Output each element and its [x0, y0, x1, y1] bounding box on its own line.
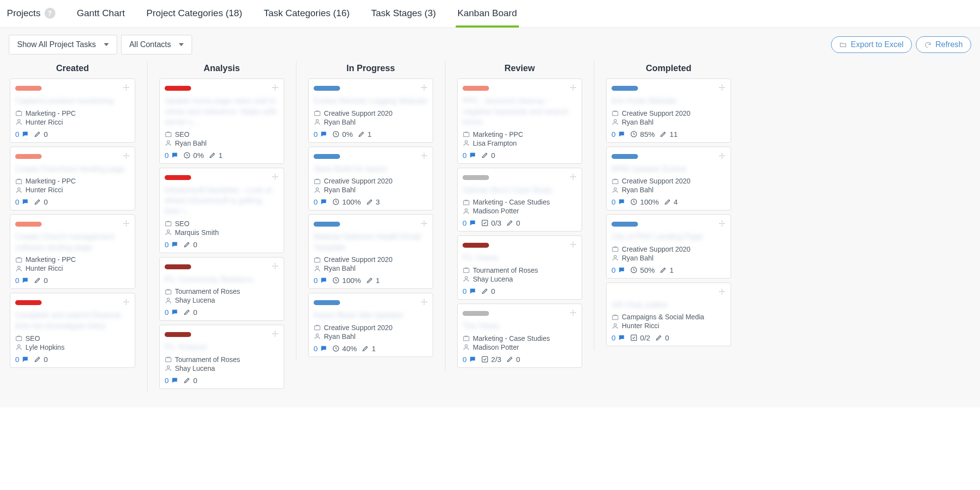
kanban-card[interactable]: Holman Bro's Case StudyMarketing - Case …	[457, 168, 582, 232]
kanban-card[interactable]: Karen Muse Site UpdatesCreative Support …	[308, 293, 433, 357]
kanban-card[interactable]: P1: GameTournament of RosesShay Lucena0 …	[457, 235, 582, 300]
card-title: Update home page video add to vimeo and …	[165, 96, 279, 128]
comments-stat[interactable]: 0	[165, 308, 178, 316]
card-project: Creative Support 2020	[314, 177, 428, 185]
toolbar: Show All Project Tasks All Contacts Expo…	[0, 28, 980, 61]
card-assignee: Ryan Bahl	[165, 139, 279, 147]
comments-stat[interactable]: 0	[463, 287, 476, 295]
move-icon[interactable]	[420, 84, 428, 93]
filter-tasks-dropdown[interactable]: Show All Project Tasks	[9, 35, 117, 54]
column-title: Completed	[606, 61, 731, 78]
kanban-board: CreatedCapterra position monitoringMarke…	[0, 61, 980, 408]
svg-point-40	[614, 120, 616, 122]
briefcase-icon	[165, 220, 172, 227]
edits-stat: 0	[183, 376, 197, 385]
user-icon	[15, 186, 23, 194]
kanban-card[interactable]: PPC - keyword cleanup - negative keyword…	[457, 78, 582, 164]
move-icon[interactable]	[569, 173, 577, 182]
user-icon	[463, 343, 470, 351]
kanban-card[interactable]: RPM Updates EvolveCreative Support 2020R…	[606, 147, 731, 211]
user-icon	[165, 139, 172, 147]
kanban-card[interactable]: P1: FinanceTournament of RosesShay Lucen…	[159, 325, 284, 389]
comments-stat[interactable]: 0	[165, 376, 178, 385]
card-project: Marketing - PPC	[463, 130, 577, 138]
tab-project-categories[interactable]: Project Categories (18)	[145, 0, 244, 27]
move-icon[interactable]	[271, 173, 279, 182]
move-icon[interactable]	[718, 288, 726, 297]
tab-gantt[interactable]: Gantt Chart	[75, 0, 127, 27]
filter-contacts-dropdown[interactable]: All Contacts	[121, 35, 192, 54]
move-icon[interactable]	[122, 220, 130, 229]
user-icon	[612, 186, 619, 194]
comments-stat[interactable]: 0	[612, 334, 625, 342]
comments-stat[interactable]: 0	[314, 344, 327, 353]
kanban-card[interactable]: The ViewsMarketing - Case StudiesMadison…	[457, 304, 582, 368]
kanban-card[interactable]: Melissa Optimum Health Email TemplateCre…	[308, 214, 433, 289]
comments-stat[interactable]: 0	[314, 276, 327, 284]
card-title: Complete and submit Disavow links list (…	[15, 310, 130, 331]
comments-stat[interactable]: 0	[15, 198, 29, 206]
move-icon[interactable]	[569, 309, 577, 318]
kanban-card[interactable]: P1: Community RelationsTournament of Ros…	[159, 257, 284, 321]
kanban-card[interactable]: Infusionsoft backlinks - Look at where I…	[159, 168, 284, 253]
chevron-down-icon	[179, 43, 184, 46]
move-icon[interactable]	[569, 84, 577, 93]
comments-stat[interactable]: 0	[612, 198, 625, 206]
comments-stat[interactable]: 0	[165, 240, 178, 249]
svg-rect-26	[315, 326, 320, 330]
tab-task-categories[interactable]: Task Categories (16)	[262, 0, 351, 27]
svg-point-1	[18, 120, 20, 122]
move-icon[interactable]	[122, 298, 130, 307]
edits-stat: 1	[358, 130, 371, 138]
refresh-button[interactable]: Refresh	[916, 36, 971, 53]
move-icon[interactable]	[718, 220, 726, 229]
comments-stat[interactable]: 0	[314, 198, 327, 206]
comments-stat[interactable]: 0	[463, 219, 476, 227]
kanban-card[interactable]: GR Chat outlineCampaigns & Social MediaH…	[606, 283, 731, 347]
kanban-card[interactable]: Create Franchisor landing pageMarketing …	[10, 147, 135, 211]
kanban-card[interactable]: Update home page video add to vimeo and …	[159, 78, 284, 164]
move-icon[interactable]	[718, 84, 726, 93]
kanban-card[interactable]: City of PHX Landing PageCreative Support…	[606, 214, 731, 279]
comments-stat[interactable]: 0	[165, 151, 178, 159]
kanban-card[interactable]: Complete and submit Disavow links list (…	[10, 293, 135, 367]
progress-stat: 50%	[630, 266, 655, 274]
user-icon	[15, 265, 23, 272]
export-excel-button[interactable]: Export to Excel	[831, 36, 912, 53]
card-tag	[612, 222, 638, 227]
kanban-card[interactable]: Capterra position monitoringMarketing - …	[10, 78, 135, 143]
comments-stat[interactable]: 0	[612, 266, 625, 274]
move-icon[interactable]	[271, 262, 279, 271]
move-icon[interactable]	[569, 241, 577, 250]
comments-stat[interactable]: 0	[612, 130, 625, 138]
kanban-card[interactable]: Kim Korte WebsiteCreative Support 2020Ry…	[606, 78, 731, 143]
tab-projects[interactable]: Projects ?	[5, 0, 57, 27]
kanban-column: CompletedKim Korte WebsiteCreative Suppo…	[594, 61, 731, 350]
move-icon[interactable]	[420, 220, 428, 229]
comments-stat[interactable]: 0	[15, 130, 29, 138]
briefcase-icon	[612, 245, 619, 253]
kanban-card[interactable]: Store Build for AazimCreative Support 20…	[308, 147, 433, 211]
move-icon[interactable]	[122, 84, 130, 93]
card-project: SEO	[165, 220, 279, 228]
card-title: The Views	[463, 321, 577, 332]
comments-stat[interactable]: 0	[314, 130, 327, 138]
svg-rect-45	[612, 248, 618, 252]
kanban-card[interactable]: Evolve Remote Logging WebsiteCreative Su…	[308, 78, 433, 143]
tab-kanban[interactable]: Kanban Board	[456, 0, 519, 27]
kanban-card[interactable]: Create Church management software landin…	[10, 214, 135, 289]
comments-stat[interactable]: 0	[15, 355, 29, 363]
svg-rect-2	[16, 180, 22, 183]
tab-task-stages[interactable]: Task Stages (3)	[369, 0, 438, 27]
move-icon[interactable]	[420, 298, 428, 307]
svg-point-46	[614, 256, 616, 258]
comments-stat[interactable]: 0	[463, 355, 476, 363]
move-icon[interactable]	[718, 152, 726, 161]
move-icon[interactable]	[271, 330, 279, 339]
comments-stat[interactable]: 0	[15, 276, 29, 284]
move-icon[interactable]	[420, 152, 428, 161]
comments-stat[interactable]: 0	[463, 151, 476, 159]
move-icon[interactable]	[122, 152, 130, 161]
move-icon[interactable]	[271, 84, 279, 93]
help-icon[interactable]: ?	[45, 8, 55, 19]
